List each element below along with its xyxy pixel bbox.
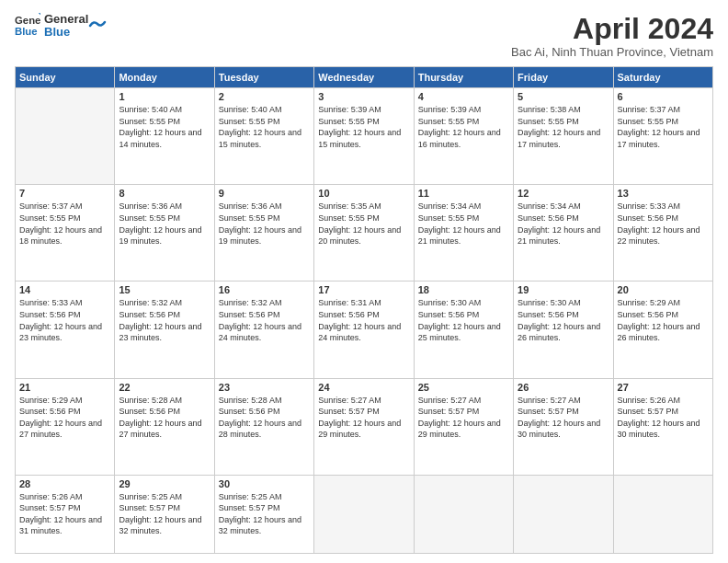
calendar-cell: 8Sunrise: 5:36 AM Sunset: 5:55 PM Daylig…: [115, 185, 214, 282]
subtitle: Bac Ai, Ninh Thuan Province, Vietnam: [511, 45, 713, 59]
calendar-cell: 19Sunrise: 5:30 AM Sunset: 5:56 PM Dayli…: [514, 282, 613, 378]
day-number: 24: [318, 382, 409, 393]
day-number: 25: [418, 382, 509, 393]
day-info: Sunrise: 5:29 AM Sunset: 5:56 PM Dayligh…: [19, 395, 110, 441]
calendar-cell: [613, 475, 712, 553]
day-info: Sunrise: 5:28 AM Sunset: 5:56 PM Dayligh…: [119, 395, 210, 441]
calendar-cell: 9Sunrise: 5:36 AM Sunset: 5:55 PM Daylig…: [214, 185, 313, 282]
day-info: Sunrise: 5:27 AM Sunset: 5:57 PM Dayligh…: [518, 395, 609, 441]
calendar-week-0: 1Sunrise: 5:40 AM Sunset: 5:55 PM Daylig…: [16, 88, 713, 185]
day-info: Sunrise: 5:29 AM Sunset: 5:56 PM Dayligh…: [618, 297, 709, 343]
day-number: 28: [19, 478, 110, 489]
day-number: 10: [318, 188, 409, 199]
day-info: Sunrise: 5:40 AM Sunset: 5:55 PM Dayligh…: [119, 104, 210, 150]
logo-blue: Blue: [44, 26, 88, 39]
day-info: Sunrise: 5:30 AM Sunset: 5:56 PM Dayligh…: [418, 297, 509, 343]
day-number: 20: [618, 284, 709, 295]
day-number: 12: [518, 188, 609, 199]
day-number: 18: [418, 284, 509, 295]
logo-icon: General Blue: [15, 13, 40, 39]
logo: General Blue General Blue: [15, 13, 107, 40]
day-number: 23: [219, 382, 310, 393]
day-info: Sunrise: 5:38 AM Sunset: 5:55 PM Dayligh…: [518, 104, 609, 150]
header-tuesday: Tuesday: [214, 67, 313, 88]
calendar-cell: 20Sunrise: 5:29 AM Sunset: 5:56 PM Dayli…: [613, 282, 712, 378]
header-friday: Friday: [514, 67, 613, 88]
day-number: 3: [318, 91, 409, 102]
day-number: 27: [618, 382, 709, 393]
calendar-cell: [314, 475, 414, 553]
calendar-cell: 3Sunrise: 5:39 AM Sunset: 5:55 PM Daylig…: [314, 88, 414, 185]
day-number: 15: [119, 284, 210, 295]
day-info: Sunrise: 5:30 AM Sunset: 5:56 PM Dayligh…: [518, 297, 609, 343]
day-number: 5: [518, 91, 609, 102]
day-info: Sunrise: 5:35 AM Sunset: 5:55 PM Dayligh…: [318, 201, 409, 247]
day-info: Sunrise: 5:26 AM Sunset: 5:57 PM Dayligh…: [618, 395, 709, 441]
day-info: Sunrise: 5:34 AM Sunset: 5:56 PM Dayligh…: [518, 201, 609, 247]
calendar-cell: 10Sunrise: 5:35 AM Sunset: 5:55 PM Dayli…: [314, 185, 414, 282]
calendar-week-4: 28Sunrise: 5:26 AM Sunset: 5:57 PM Dayli…: [16, 475, 713, 553]
calendar-cell: 2Sunrise: 5:40 AM Sunset: 5:55 PM Daylig…: [214, 88, 313, 185]
day-info: Sunrise: 5:31 AM Sunset: 5:56 PM Dayligh…: [318, 297, 409, 343]
header-monday: Monday: [115, 67, 214, 88]
day-number: 29: [119, 478, 210, 489]
day-number: 21: [19, 382, 110, 393]
header-thursday: Thursday: [414, 67, 513, 88]
calendar-cell: 27Sunrise: 5:26 AM Sunset: 5:57 PM Dayli…: [613, 378, 712, 475]
calendar-cell: 30Sunrise: 5:25 AM Sunset: 5:57 PM Dayli…: [214, 475, 313, 553]
day-info: Sunrise: 5:40 AM Sunset: 5:55 PM Dayligh…: [219, 104, 310, 150]
day-number: 13: [618, 188, 709, 199]
day-info: Sunrise: 5:37 AM Sunset: 5:55 PM Dayligh…: [19, 201, 110, 247]
day-info: Sunrise: 5:27 AM Sunset: 5:57 PM Dayligh…: [418, 395, 509, 441]
title-block: April 2024 Bac Ai, Ninh Thuan Province, …: [511, 13, 713, 59]
day-info: Sunrise: 5:34 AM Sunset: 5:55 PM Dayligh…: [418, 201, 509, 247]
calendar-cell: 28Sunrise: 5:26 AM Sunset: 5:57 PM Dayli…: [16, 475, 115, 553]
calendar-cell: 12Sunrise: 5:34 AM Sunset: 5:56 PM Dayli…: [514, 185, 613, 282]
page: General Blue General Blue April 2024 Bac…: [0, 0, 728, 563]
calendar-week-3: 21Sunrise: 5:29 AM Sunset: 5:56 PM Dayli…: [16, 378, 713, 475]
calendar-cell: 21Sunrise: 5:29 AM Sunset: 5:56 PM Dayli…: [16, 378, 115, 475]
header: General Blue General Blue April 2024 Bac…: [15, 13, 713, 59]
day-number: 14: [19, 284, 110, 295]
calendar-cell: 11Sunrise: 5:34 AM Sunset: 5:55 PM Dayli…: [414, 185, 513, 282]
day-info: Sunrise: 5:39 AM Sunset: 5:55 PM Dayligh…: [318, 104, 409, 150]
day-number: 30: [219, 478, 310, 489]
day-info: Sunrise: 5:36 AM Sunset: 5:55 PM Dayligh…: [119, 201, 210, 247]
calendar-cell: 15Sunrise: 5:32 AM Sunset: 5:56 PM Dayli…: [115, 282, 214, 378]
day-number: 1: [119, 91, 210, 102]
day-number: 8: [119, 188, 210, 199]
day-info: Sunrise: 5:27 AM Sunset: 5:57 PM Dayligh…: [318, 395, 409, 441]
day-number: 19: [518, 284, 609, 295]
day-info: Sunrise: 5:33 AM Sunset: 5:56 PM Dayligh…: [618, 201, 709, 247]
day-number: 6: [618, 91, 709, 102]
day-info: Sunrise: 5:28 AM Sunset: 5:56 PM Dayligh…: [219, 395, 310, 441]
calendar-cell: 6Sunrise: 5:37 AM Sunset: 5:55 PM Daylig…: [613, 88, 712, 185]
calendar-cell: [514, 475, 613, 553]
calendar-cell: 4Sunrise: 5:39 AM Sunset: 5:55 PM Daylig…: [414, 88, 513, 185]
calendar-cell: 23Sunrise: 5:28 AM Sunset: 5:56 PM Dayli…: [214, 378, 313, 475]
day-number: 9: [219, 188, 310, 199]
calendar-cell: 5Sunrise: 5:38 AM Sunset: 5:55 PM Daylig…: [514, 88, 613, 185]
calendar-cell: 16Sunrise: 5:32 AM Sunset: 5:56 PM Dayli…: [214, 282, 313, 378]
calendar-cell: 29Sunrise: 5:25 AM Sunset: 5:57 PM Dayli…: [115, 475, 214, 553]
header-sunday: Sunday: [16, 67, 115, 88]
calendar-header-row: SundayMondayTuesdayWednesdayThursdayFrid…: [16, 67, 713, 88]
calendar-cell: 13Sunrise: 5:33 AM Sunset: 5:56 PM Dayli…: [613, 185, 712, 282]
day-number: 22: [119, 382, 210, 393]
calendar-cell: 14Sunrise: 5:33 AM Sunset: 5:56 PM Dayli…: [16, 282, 115, 378]
calendar-table: SundayMondayTuesdayWednesdayThursdayFrid…: [15, 66, 713, 554]
day-info: Sunrise: 5:32 AM Sunset: 5:56 PM Dayligh…: [119, 297, 210, 343]
calendar-week-2: 14Sunrise: 5:33 AM Sunset: 5:56 PM Dayli…: [16, 282, 713, 378]
day-number: 7: [19, 188, 110, 199]
day-number: 17: [318, 284, 409, 295]
calendar-cell: 7Sunrise: 5:37 AM Sunset: 5:55 PM Daylig…: [16, 185, 115, 282]
day-number: 4: [418, 91, 509, 102]
header-saturday: Saturday: [613, 67, 712, 88]
day-number: 26: [518, 382, 609, 393]
day-number: 16: [219, 284, 310, 295]
day-info: Sunrise: 5:39 AM Sunset: 5:55 PM Dayligh…: [418, 104, 509, 150]
calendar-cell: 25Sunrise: 5:27 AM Sunset: 5:57 PM Dayli…: [414, 378, 513, 475]
calendar-cell: [414, 475, 513, 553]
header-wednesday: Wednesday: [314, 67, 414, 88]
day-info: Sunrise: 5:26 AM Sunset: 5:57 PM Dayligh…: [19, 491, 110, 537]
